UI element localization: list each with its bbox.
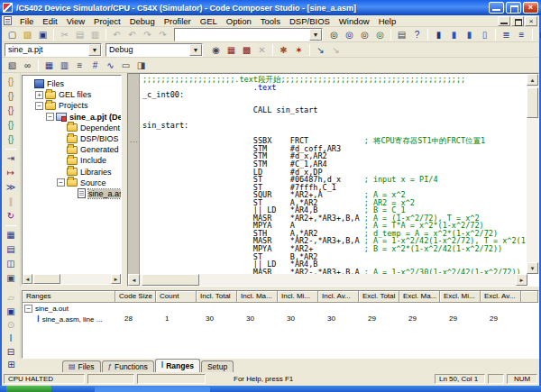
tree-item-generated-files[interactable]: Generated Files bbox=[23, 144, 121, 155]
tree-item-files[interactable]: Files bbox=[23, 78, 121, 89]
halt-hand-icon[interactable]: ✱ bbox=[276, 43, 291, 57]
menu-help[interactable]: Help bbox=[374, 15, 401, 27]
minimize-button[interactable] bbox=[489, 2, 504, 14]
scroll-up-icon[interactable]: ▲ bbox=[527, 74, 538, 86]
start-button-edge[interactable] bbox=[6, 386, 51, 392]
editor-selection-margin[interactable]: ... bbox=[128, 74, 140, 274]
table-row[interactable]: −sine_a.out bbox=[23, 303, 538, 314]
toggle-breakpoint-icon[interactable]: ► bbox=[536, 28, 541, 41]
configuration-combobox[interactable]: Debug ▼ bbox=[105, 43, 203, 57]
collapse-icon[interactable]: − bbox=[35, 102, 43, 110]
restore-button[interactable] bbox=[506, 2, 521, 14]
menu-edit[interactable]: Edit bbox=[38, 15, 61, 27]
search-combobox[interactable]: ▼ bbox=[174, 28, 323, 41]
register-window-icon[interactable]: ▥ bbox=[57, 59, 72, 72]
tree-item-projects[interactable]: −Projects bbox=[23, 100, 121, 111]
editor-horizontal-scrollbar[interactable]: ◄ ► bbox=[128, 274, 527, 286]
stack-view-icon[interactable]: ▤ bbox=[4, 242, 19, 256]
menu-dsp-bios[interactable]: DSP/BIOS bbox=[285, 15, 335, 27]
tab-setup[interactable]: Setup bbox=[201, 360, 234, 372]
symbol-view-icon[interactable]: ▣ bbox=[4, 271, 19, 285]
tab-files[interactable]: ▤Files bbox=[62, 360, 101, 372]
memory-view-icon[interactable]: ▦ bbox=[4, 228, 19, 242]
memory-window-icon[interactable]: ▦ bbox=[41, 59, 57, 72]
scroll-left-icon[interactable]: ◄ bbox=[23, 274, 32, 284]
save-file-icon[interactable]: ▣ bbox=[35, 28, 50, 41]
table-row[interactable]: Ⅰsine_a.asm, line ...2813030303029292929 bbox=[23, 314, 538, 324]
watch-view-icon[interactable]: ◫ bbox=[4, 257, 19, 270]
tools-window-icon[interactable]: ◨ bbox=[133, 59, 149, 72]
column-header-incl-av[interactable]: Incl. Av... bbox=[318, 291, 359, 303]
view-mixed-icon[interactable]: ≣ bbox=[499, 28, 514, 41]
probe-points-icon[interactable]: ↘ bbox=[313, 43, 328, 57]
compile-file-icon[interactable]: ◉ bbox=[208, 43, 224, 57]
search-word-icon[interactable]: ◎ bbox=[326, 28, 342, 41]
disassembly-window-icon[interactable]: ≡ bbox=[72, 59, 87, 72]
tree-item-dsp-bios-config[interactable]: DSP/BIOS Config bbox=[23, 133, 121, 144]
column-header-code-size[interactable]: Code Size bbox=[115, 291, 156, 303]
watch-window-icon[interactable]: # bbox=[87, 59, 103, 72]
menu-file[interactable]: File bbox=[15, 15, 38, 27]
view-source-icon[interactable]: ≡ bbox=[514, 28, 529, 41]
menu-debug[interactable]: Debug bbox=[125, 15, 160, 27]
scrollbar-thumb[interactable] bbox=[527, 87, 538, 118]
collapse-icon[interactable]: − bbox=[46, 113, 54, 121]
column-header-excl-total[interactable]: Excl. Total bbox=[359, 291, 399, 303]
column-header-incl-mi[interactable]: Incl. Mi... bbox=[278, 291, 318, 303]
taskbar-button-edge[interactable] bbox=[95, 387, 210, 392]
rebuild-all-icon[interactable]: ▩ bbox=[239, 43, 254, 57]
clear-bookmarks-icon[interactable]: ▯ bbox=[477, 28, 492, 41]
scrollbar-thumb[interactable] bbox=[33, 274, 60, 284]
tree-item-libraries[interactable]: Libraries bbox=[23, 167, 121, 178]
chevron-down-icon[interactable]: ▼ bbox=[88, 44, 101, 56]
plot-settings-icon[interactable]: ▧ bbox=[5, 59, 20, 72]
chevron-down-icon[interactable]: ▼ bbox=[309, 29, 322, 41]
tree-item-include[interactable]: Include bbox=[23, 155, 121, 166]
column-header-count[interactable]: Count bbox=[156, 291, 197, 303]
expand-icon[interactable]: + bbox=[35, 91, 43, 99]
column-header-incl-ma[interactable]: Incl. Ma... bbox=[237, 291, 278, 303]
scrollbar-thumb[interactable] bbox=[142, 274, 199, 286]
scroll-right-icon[interactable]: ► bbox=[516, 274, 527, 286]
menu-project[interactable]: Project bbox=[89, 15, 125, 27]
watch-glasses-icon[interactable]: ∞ bbox=[20, 59, 35, 72]
run-to-cursor-icon[interactable]: ⇥ bbox=[4, 151, 19, 165]
scroll-left-icon[interactable]: ◄ bbox=[128, 274, 140, 286]
mdi-close-button[interactable]: × bbox=[525, 16, 537, 26]
ranges-setup-icon[interactable]: ⊞ bbox=[4, 358, 19, 371]
step-out-icon[interactable]: {} bbox=[4, 104, 19, 117]
editor-vertical-scrollbar[interactable]: ▲ ▼ bbox=[527, 74, 538, 274]
step-into-icon[interactable]: {} bbox=[4, 75, 19, 88]
ranges-create-icon[interactable]: Ⅰ bbox=[4, 332, 19, 345]
column-header-incl-total[interactable]: Incl. Total bbox=[197, 291, 237, 303]
asm-step-over-icon[interactable]: {} bbox=[4, 132, 19, 146]
debug-bug-icon[interactable]: ✶ bbox=[291, 43, 307, 57]
menu-view[interactable]: View bbox=[62, 15, 89, 27]
column-header-excl-ma[interactable]: Excl. Ma... bbox=[399, 291, 440, 303]
next-bookmark-icon[interactable]: ▮ bbox=[446, 28, 462, 41]
chevron-down-icon[interactable]: ▼ bbox=[189, 44, 202, 56]
tree-item-source[interactable]: −Source bbox=[23, 178, 121, 188]
ranges-collapse-icon[interactable]: ⊟ bbox=[4, 345, 19, 359]
tree-item-gel-files[interactable]: +GEL files bbox=[23, 89, 121, 100]
asm-step-into-icon[interactable]: {} bbox=[4, 118, 19, 132]
column-header-excl-mi[interactable]: Excl. Mi... bbox=[440, 291, 481, 303]
run-icon[interactable]: ≫ bbox=[4, 180, 19, 194]
set-bookmark-icon[interactable]: ▮ bbox=[431, 28, 446, 41]
scroll-down-icon[interactable]: ▼ bbox=[527, 262, 538, 274]
tab-ranges[interactable]: ⅠRanges bbox=[155, 359, 200, 372]
print-icon[interactable]: ▤ bbox=[394, 28, 409, 41]
mdi-minimize-button[interactable] bbox=[498, 16, 510, 26]
tree-item-sine-a-asm[interactable]: sine_a.asm bbox=[23, 188, 121, 199]
incremental-build-icon[interactable]: ▦ bbox=[224, 43, 239, 57]
range-mark-icon[interactable]: ▣ bbox=[4, 305, 19, 318]
close-button[interactable]: × bbox=[523, 2, 538, 14]
collapse-icon[interactable]: − bbox=[57, 178, 65, 187]
find-prev-icon[interactable]: ◎ bbox=[357, 28, 372, 41]
console-window-icon[interactable]: ▭ bbox=[118, 59, 133, 72]
find-in-files-icon[interactable]: ◎ bbox=[372, 28, 388, 41]
animate-icon[interactable]: ↻ bbox=[4, 209, 19, 223]
project-combobox[interactable]: sine_a.pjt ▼ bbox=[5, 43, 102, 57]
menu-profiler[interactable]: Profiler bbox=[160, 15, 196, 27]
column-header-excl-av[interactable]: Excl. Av... bbox=[481, 291, 521, 303]
